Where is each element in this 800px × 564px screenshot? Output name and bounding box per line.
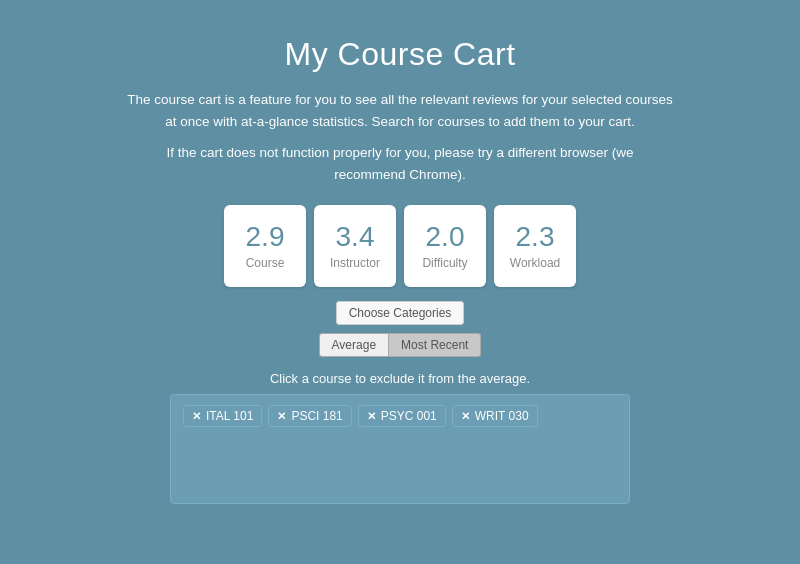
course-tag-label: PSYC 001 <box>381 409 437 423</box>
stat-label: Difficulty <box>422 256 467 270</box>
exclude-instruction: Click a course to exclude it from the av… <box>270 371 530 386</box>
course-tag-label: PSCI 181 <box>291 409 342 423</box>
remove-course-icon[interactable]: ✕ <box>192 410 201 423</box>
stat-label: Course <box>246 256 285 270</box>
stat-value: 2.3 <box>516 222 555 253</box>
stat-label: Instructor <box>330 256 380 270</box>
stat-card: 2.0Difficulty <box>404 205 486 287</box>
courses-box: ✕ITAL 101✕PSCI 181✕PSYC 001✕WRIT 030 <box>170 394 630 504</box>
page-title: My Course Cart <box>284 36 515 73</box>
toggle-button[interactable]: Average <box>319 333 389 357</box>
stat-value: 2.9 <box>246 222 285 253</box>
remove-course-icon[interactable]: ✕ <box>277 410 286 423</box>
description-text: The course cart is a feature for you to … <box>120 89 680 132</box>
toggle-row: AverageMost Recent <box>319 333 482 357</box>
course-tag[interactable]: ✕PSYC 001 <box>358 405 446 427</box>
toggle-button[interactable]: Most Recent <box>389 333 481 357</box>
choose-categories-button[interactable]: Choose Categories <box>336 301 465 325</box>
stat-label: Workload <box>510 256 560 270</box>
warning-text: If the cart does not function properly f… <box>140 142 660 185</box>
stat-value: 2.0 <box>426 222 465 253</box>
remove-course-icon[interactable]: ✕ <box>461 410 470 423</box>
course-tag[interactable]: ✕PSCI 181 <box>268 405 351 427</box>
stats-row: 2.9Course3.4Instructor2.0Difficulty2.3Wo… <box>224 205 576 287</box>
course-tag[interactable]: ✕WRIT 030 <box>452 405 538 427</box>
course-tag-label: ITAL 101 <box>206 409 253 423</box>
stat-card: 2.3Workload <box>494 205 576 287</box>
course-tag[interactable]: ✕ITAL 101 <box>183 405 262 427</box>
course-tag-label: WRIT 030 <box>475 409 529 423</box>
remove-course-icon[interactable]: ✕ <box>367 410 376 423</box>
stat-card: 3.4Instructor <box>314 205 396 287</box>
stat-card: 2.9Course <box>224 205 306 287</box>
stat-value: 3.4 <box>336 222 375 253</box>
